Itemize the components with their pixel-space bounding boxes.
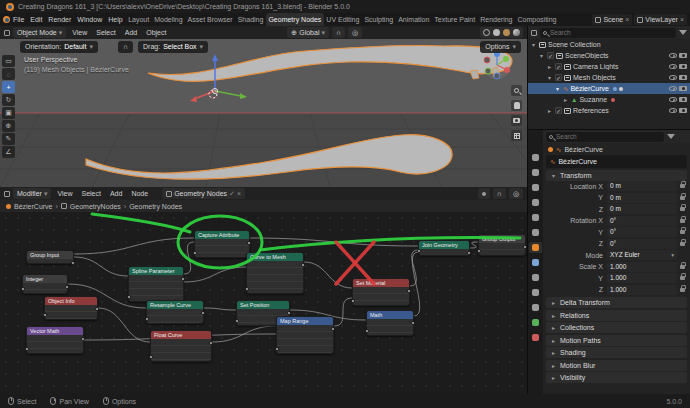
lock-icon[interactable] — [680, 265, 685, 269]
hide-viewport-icon[interactable] — [669, 64, 677, 69]
transform-tool[interactable]: ⊕ — [2, 120, 15, 132]
drag-dropdown[interactable]: Drag: Select Box ▾ — [138, 41, 208, 53]
outliner-search[interactable] — [540, 28, 676, 38]
disable-render-icon[interactable] — [679, 108, 687, 113]
viewport-menu-select[interactable]: Select — [93, 29, 118, 36]
outliner-row-mesh-objects[interactable]: ▾ ✓ Mesh Objects — [528, 72, 690, 83]
filter-icon[interactable] — [679, 30, 687, 35]
outliner-row-suzanne[interactable]: ▸ ▲ Suzanne — [528, 94, 690, 105]
proportional-editing-toggle[interactable]: ◎ — [348, 27, 362, 38]
value-field[interactable]: 0 m — [607, 204, 677, 214]
hide-viewport-icon[interactable] — [669, 53, 677, 58]
tab-animation[interactable]: Animation — [396, 13, 432, 26]
camera-view-icon[interactable] — [511, 115, 522, 126]
value-field[interactable]: 0° — [607, 239, 677, 249]
properties-tab-output[interactable] — [529, 182, 542, 193]
panel-collections[interactable]: ▸Collections — [546, 322, 687, 333]
panel-delta-transform[interactable]: ▸Delta Transform — [546, 297, 687, 308]
hide-viewport-icon[interactable] — [669, 97, 677, 102]
lock-icon[interactable] — [680, 207, 685, 211]
value-field[interactable]: 1.000 — [607, 273, 677, 283]
blender-menu-icon[interactable] — [3, 16, 10, 23]
scene-unlink-icon[interactable]: × — [625, 16, 629, 23]
disable-render-icon[interactable] — [679, 53, 687, 58]
select-box-tool[interactable]: ▭ — [2, 55, 15, 67]
transform-orientation-dropdown[interactable]: ⊕ Global▾ — [287, 27, 329, 38]
tab-sculpting[interactable]: Sculpting — [362, 13, 396, 26]
value-field[interactable]: 0° — [607, 216, 677, 226]
breadcrumb-modifier[interactable]: GeometryNodes — [70, 203, 121, 210]
outliner-row-camera-lights[interactable]: ▸ ✓ Camera Lights — [528, 61, 690, 72]
fake-user-icon[interactable]: ✓ — [229, 190, 235, 198]
panel-transform[interactable]: ▾ Transform — [546, 170, 687, 181]
disclosure-triangle[interactable]: ▾ — [538, 52, 545, 59]
ortho-grid-icon[interactable] — [511, 130, 522, 141]
annotate-tool[interactable]: ✎ — [2, 133, 15, 145]
value-field[interactable]: 0 m — [607, 193, 677, 203]
snap-pill[interactable]: ∩ — [118, 41, 133, 53]
node-menu-view[interactable]: View — [54, 190, 75, 197]
hide-viewport-icon[interactable] — [669, 86, 677, 91]
disable-render-icon[interactable] — [679, 64, 687, 69]
pin-toggle[interactable] — [478, 188, 490, 199]
breadcrumb-object[interactable]: BézierCurve — [14, 203, 53, 210]
breadcrumb-node-tree[interactable]: Geometry Nodes — [129, 203, 182, 210]
tab-geometry-nodes[interactable]: Geometry Nodes — [266, 13, 324, 26]
properties-tab-constraints[interactable] — [529, 302, 542, 313]
disclosure-triangle[interactable]: ▸ — [546, 63, 553, 70]
shading-rendered-icon[interactable] — [513, 29, 520, 36]
rotation-mode-dropdown[interactable]: XYZ Euler ▾ — [607, 250, 677, 260]
viewport-menu-object[interactable]: Object — [143, 29, 169, 36]
properties-search[interactable] — [546, 132, 664, 142]
outliner-row-sceneobjects[interactable]: ▾ ✓ SceneObjects — [528, 50, 690, 61]
properties-tab-scene[interactable] — [529, 212, 542, 223]
collection-checkbox[interactable]: ✓ — [555, 74, 562, 81]
lock-icon[interactable] — [680, 288, 685, 292]
tab-layout[interactable]: Layout — [126, 13, 152, 26]
properties-tab-render[interactable] — [529, 167, 542, 178]
viewport-canvas[interactable]: Orientation: Default ▾ ∩ Drag: Select Bo… — [0, 39, 527, 187]
disclosure-triangle[interactable]: ▸ — [546, 107, 553, 114]
tab-compositing[interactable]: Compositing — [515, 13, 559, 26]
properties-tab-particles[interactable] — [529, 272, 542, 283]
tab-shading[interactable]: Shading — [235, 13, 266, 26]
tab-texture-paint[interactable]: Texture Paint — [432, 13, 478, 26]
measure-tool[interactable]: ∠ — [2, 146, 15, 158]
node-menu-node[interactable]: Node — [128, 190, 151, 197]
value-field[interactable]: 1.000 — [607, 285, 677, 295]
outliner-search-input[interactable] — [550, 29, 673, 36]
panel-motion-paths[interactable]: ▸Motion Paths — [546, 335, 687, 346]
collection-checkbox[interactable]: ✓ — [547, 52, 554, 59]
node-menu-add[interactable]: Add — [107, 190, 125, 197]
properties-tab-material[interactable] — [529, 332, 542, 343]
node-overlays-toggle[interactable]: ◎ — [509, 188, 523, 199]
zoom-icon[interactable] — [511, 85, 522, 96]
value-field[interactable]: 1.000 — [607, 262, 677, 272]
disclosure-triangle[interactable]: ▾ — [554, 85, 561, 92]
lock-icon[interactable] — [680, 276, 685, 280]
pan-hand-icon[interactable] — [511, 100, 522, 111]
properties-tab-tool[interactable] — [529, 152, 542, 163]
lock-icon[interactable] — [680, 230, 685, 234]
view-layer-selector[interactable]: ViewLayer × — [634, 14, 687, 25]
hide-viewport-icon[interactable] — [669, 108, 677, 113]
snap-magnet-toggle[interactable]: ∩ — [332, 27, 345, 38]
outliner-row-scene-collection[interactable]: ▾ Scene Collection — [528, 39, 690, 50]
node-canvas[interactable]: Group InputIntegerObject InfoVector Math… — [0, 212, 527, 394]
disable-render-icon[interactable] — [679, 86, 687, 91]
lock-icon[interactable] — [680, 219, 685, 223]
collection-checkbox[interactable]: ✓ — [555, 107, 562, 114]
move-tool[interactable]: + — [2, 81, 15, 93]
mode-dropdown[interactable]: Object Mode▾ — [13, 27, 66, 38]
view-layer-unlink-icon[interactable]: × — [680, 16, 684, 23]
menu-edit[interactable]: Edit — [27, 14, 45, 25]
tab-asset-browser[interactable]: Asset Browser — [185, 13, 235, 26]
rotate-tool[interactable]: ↻ — [2, 94, 15, 106]
properties-tab-modifiers[interactable] — [529, 257, 542, 268]
panel-shading[interactable]: ▸Shading — [546, 347, 687, 358]
menu-file[interactable]: File — [10, 14, 27, 25]
unlink-node-tree-icon[interactable]: × — [237, 190, 241, 197]
menu-window[interactable]: Window — [74, 14, 105, 25]
editor-type-node-editor-icon[interactable] — [4, 191, 10, 197]
lock-icon[interactable] — [680, 242, 685, 246]
